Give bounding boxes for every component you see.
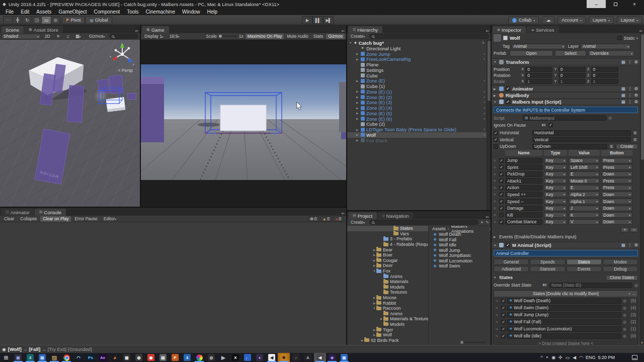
input-name-field[interactable]: PickDrop [505,171,542,177]
hierarchy-item-ldtiger-toon-baby-press-space-to-glide[interactable]: ▶LDTiger Toon Baby (Press Space to Glide… [347,127,487,132]
foldout-icon[interactable]: ▶ [494,235,497,238]
prefab-open-button[interactable]: Open [510,50,553,56]
rotate-tool-icon[interactable]: ↻ [22,16,32,24]
mic-icon[interactable]: ♪ [290,353,302,362]
paper-plane-icon[interactable]: ▶ [217,353,229,362]
discord-icon[interactable]: ◓ [546,355,548,360]
gear-icon[interactable]: ⚙ [634,243,638,247]
preset-icon[interactable]: ⋮ [628,243,632,247]
scene-audio-icon[interactable]: ♫ [64,34,71,39]
tab-asset-store[interactable]: ▦Asset Store [24,26,63,33]
cloud-button[interactable]: ☁ [542,16,554,24]
state-checkbox[interactable]: ✓ [501,334,506,338]
folder-deer[interactable]: ▶Deer [347,263,428,268]
object-picker-icon[interactable]: ◎ [608,116,612,120]
hierarchy-create-button[interactable]: Create▾ [349,34,367,39]
scene-lighting-icon[interactable]: ☀ [54,34,62,39]
state-name-field[interactable]: ❖Wolf Swim (Swim) [507,305,621,311]
gear-icon[interactable]: ⚙ [634,100,638,104]
input-attack1-checkbox[interactable]: ✓ [499,178,504,183]
menu-window[interactable]: Window [179,9,204,15]
voice-recorder-icon[interactable]: ♩ [242,353,254,362]
folder-wolf[interactable]: ▶Wolf [347,332,428,338]
input-value-dropdown[interactable]: Alpha 2▾ [569,192,600,197]
hierarchy-item-directional-light[interactable]: ☀Directional Light [347,46,487,51]
menu-tools[interactable]: Tools [123,9,142,15]
input-row-pickdrop[interactable]: =✓PickDropKey▾E▾Down▾ [494,171,638,177]
drag-handle-icon[interactable]: = [494,192,498,197]
hierarchy-item-zone-e-4[interactable]: ▶Zone (E) (4)› [347,105,487,111]
input-sprint-checkbox[interactable]: ✓ [499,165,504,169]
override-start-state-field[interactable]: None (State ID) [549,283,632,288]
blender-icon[interactable]: ◕ [109,353,121,362]
input-value-dropdown[interactable]: E▾ [569,171,600,177]
action-center-icon[interactable] [632,355,637,360]
hierarchy-item-zone-e-1[interactable]: ▶Zone (E) (1)› [347,89,487,95]
m-animal-enabled-checkbox[interactable]: ✓ [506,243,510,247]
drag-handle-icon[interactable]: = [496,299,500,303]
input-row-speed[interactable]: =✓Speed ++Key▾Alpha 2▾Down▾ [494,192,638,198]
scene-gizmos-dropdown[interactable]: Gizmos▾ [87,34,107,39]
drag-handle-icon[interactable]: = [496,320,500,324]
input-button-dropdown[interactable]: Press▾ [601,164,632,170]
drag-handle-icon[interactable]: = [494,158,498,163]
state-checkbox[interactable]: ✓ [501,306,506,310]
clone-states-button[interactable]: Clone States [606,275,638,281]
input-button-dropdown[interactable]: Down▾ [601,206,632,211]
folder-models[interactable]: Models [347,322,428,327]
console-clear-on-play-button[interactable]: Clear on Play [40,216,71,222]
input-kill-checkbox[interactable] [499,213,504,217]
play-button[interactable]: ▶ [302,16,312,24]
aspect-dropdown[interactable]: 16:9▾ [168,34,182,39]
input-value-dropdown[interactable]: K▾ [569,212,600,218]
game-maximize-on-play-button[interactable]: Maximize On Play [246,34,284,39]
input-value-dropdown[interactable]: Space▾ [569,158,600,163]
console-editor-button[interactable]: Editor ▾ [101,216,119,222]
volume-icon[interactable]: ◀ [573,355,576,360]
axis-vertical-checkbox[interactable]: ✓ [494,137,498,142]
search-filter-icon[interactable]: ✦ [480,220,484,225]
state-row-wolf-death-death[interactable]: =✓❖Wolf Death (Death)◎(5) [496,298,636,304]
animal-tab-stances[interactable]: Stances [530,266,565,272]
remote-desktop-icon[interactable]: ▣ [12,353,24,362]
game-stats-button[interactable]: Stats [311,34,325,39]
status-bar[interactable]: ◉ [Wolf] → [Fall] → [Try Exit] (Grounded… [0,345,644,353]
menu-component[interactable]: Component [91,9,124,15]
help-icon[interactable]: ▤ [621,243,625,247]
inspector-lock-icon[interactable]: ▾≡ [637,29,644,33]
input-row-damage[interactable]: =✓DamageKey▾J▾Down▾ [494,205,638,211]
x-app-icon[interactable]: X [229,353,242,362]
input-type-dropdown[interactable]: Key▾ [544,158,567,163]
menu-gameobject[interactable]: GameObject [55,9,90,15]
red-app-icon[interactable]: ◉ [145,353,157,362]
orange-p-app-icon[interactable]: P [169,353,181,362]
ignore-on-pause-checkbox[interactable]: ✓ [548,123,553,127]
drag-handle-icon[interactable]: = [494,178,498,183]
folder-materials-textures[interactable]: ▶Materials & Textures [347,316,428,322]
menu-file[interactable]: File [2,9,17,15]
state-row-wolf-fall-fall[interactable]: =✓❖Wolf Fall (Fall)◎(2) [496,319,636,325]
state-checkbox[interactable]: ✓ [501,299,506,303]
input-value-dropdown[interactable]: Left Shift▾ [569,164,600,170]
scale-tool-icon[interactable]: ◳ [32,16,41,24]
tab-game[interactable]: ▣Game [142,26,169,33]
state-row-wolf-jump-jump[interactable]: =✓❖Wolf Jump (Jump)◎(3) [496,312,636,318]
scale-slider[interactable] [219,36,237,37]
folder-3-prefabs[interactable]: 3 - Prefabs [347,236,428,242]
menu-cinemachine[interactable]: Cinemachine [142,9,179,15]
drag-handle-icon[interactable]: = [496,327,500,331]
hierarchy-search-input[interactable] [369,34,489,39]
input-speed-checkbox[interactable]: ✓ [499,192,504,197]
help-icon[interactable]: ▤ [621,86,625,91]
rigidbody-title[interactable]: Rigidbody [506,93,529,98]
hierarchy-scene-row[interactable]: ▼✦Catch bug*≡ [347,40,487,46]
display-dropdown[interactable]: Display 1▸ [142,34,166,39]
object-picker-icon[interactable]: ◎ [623,306,626,310]
inspector-scrollbar[interactable] [640,33,644,345]
asset-wolf-jump[interactable]: ❖Wolf Jump [429,248,491,253]
static-label[interactable]: Static [623,36,635,41]
headset-icon[interactable]: ✣ [558,355,562,360]
input-row-action[interactable]: =✓ActionKey▾E▾Press▾ [494,185,638,191]
transform-position-x-field[interactable]: 0 [525,67,552,72]
axis-horizontal-checkbox[interactable]: ✓ [494,131,498,135]
